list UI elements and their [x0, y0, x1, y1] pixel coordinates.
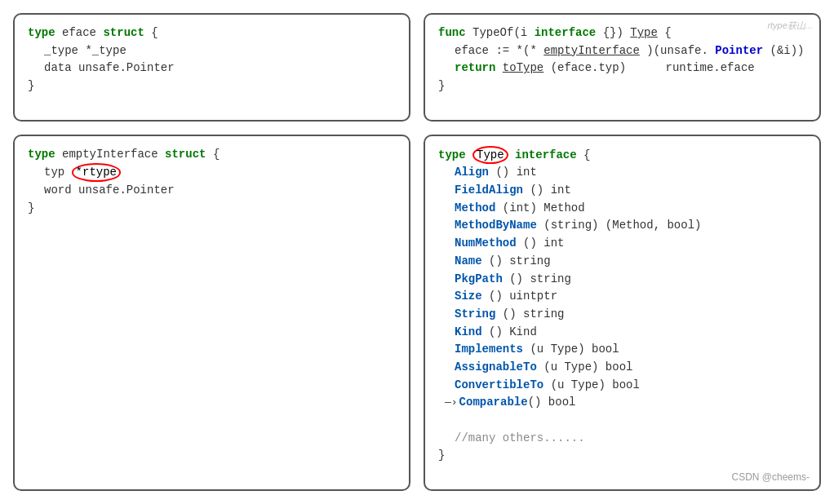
method-comparable: —› Comparable () bool	[438, 394, 806, 412]
comment-line: //many others......	[438, 430, 806, 448]
func-line-3: return toType (eface.typ) runtime.eface	[438, 60, 806, 77]
ei-line-1: type emptyInterface struct {	[28, 146, 396, 164]
method-assignableto: AssignableTo (u Type) bool	[438, 359, 806, 377]
csdn-credit: CSDN @cheems-	[731, 471, 810, 483]
method-size: Size () uintptr	[438, 288, 806, 306]
func-line-2: eface := *(* emptyInterface )(unsafe. Po…	[438, 42, 806, 60]
ei-line-2: typ *rtype	[28, 163, 396, 182]
method-align: Align () int	[438, 164, 806, 182]
keyword-struct: struct	[103, 26, 144, 39]
emptyinterface-struct-box: type emptyInterface struct { typ *rtype …	[13, 135, 410, 491]
rtype-circled: *rtype	[72, 163, 121, 181]
line-1: type eface struct {	[28, 24, 396, 42]
watermark: rtype获山...	[767, 20, 813, 32]
keyword-type: type	[28, 26, 55, 39]
func-line-1: func TypeOf(i interface {}) Type {	[438, 24, 806, 42]
line-4: }	[28, 77, 396, 95]
eface-struct-box: type eface struct { _type *_type data un…	[13, 13, 410, 122]
type-interface-box: type Type interface { Align () int Field…	[424, 135, 821, 491]
line-3: data unsafe.Pointer	[28, 60, 396, 77]
iface-header: type Type interface {	[438, 146, 806, 165]
ei-line-4: }	[28, 200, 396, 218]
method-pkgpath: PkgPath () string	[438, 271, 806, 289]
method-nummethod: NumMethod () int	[438, 235, 806, 253]
method-string: String () string	[438, 306, 806, 324]
blank-line	[438, 412, 806, 430]
func-line-4: }	[438, 77, 806, 95]
line-2: _type *_type	[28, 42, 396, 60]
type-name-circled: Type	[472, 146, 508, 164]
method-implements: Implements (u Type) bool	[438, 341, 806, 359]
arrow-icon: —›	[445, 395, 458, 411]
closing-brace: }	[438, 447, 806, 465]
method-methodbyname: MethodByName (string) (Method, bool)	[438, 217, 806, 235]
method-kind: Kind () Kind	[438, 324, 806, 342]
typeof-func-box: rtype获山... func TypeOf(i interface {}) T…	[424, 13, 821, 122]
main-container: type eface struct { _type *_type data un…	[0, 0, 834, 504]
ei-line-3: word unsafe.Pointer	[28, 182, 396, 200]
method-name: Name () string	[438, 253, 806, 271]
method-method: Method (int) Method	[438, 200, 806, 218]
method-convertibleto: ConvertibleTo (u Type) bool	[438, 377, 806, 395]
method-fieldalign: FieldAlign () int	[438, 182, 806, 200]
